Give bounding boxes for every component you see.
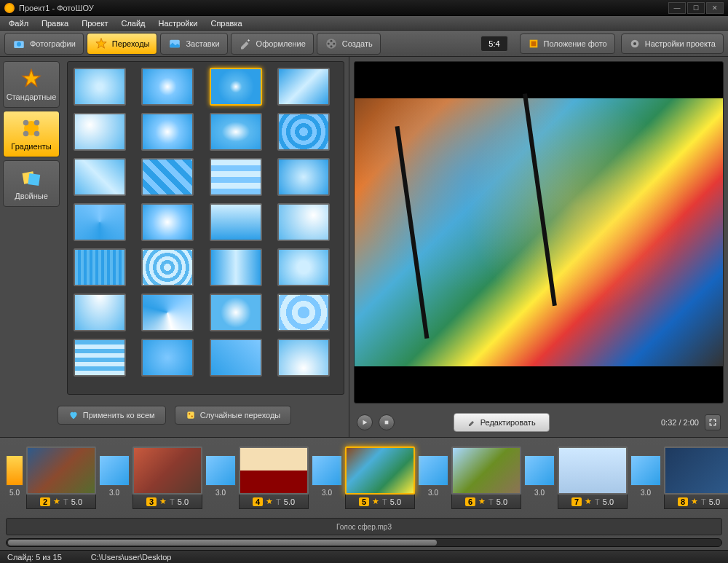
timeline-transition[interactable]: 3.0 — [99, 446, 130, 509]
transition-thumb[interactable] — [141, 158, 194, 196]
project-settings-button[interactable]: Настройки проекта — [621, 34, 724, 54]
timeline-transition[interactable]: 3.0 — [312, 446, 342, 509]
timeline-slide[interactable]: 8★T5.0 — [664, 446, 728, 509]
transition-thumb[interactable] — [74, 113, 126, 151]
button-label: Случайные переходы — [200, 411, 281, 420]
transition-thumb[interactable] — [277, 158, 330, 196]
transition-thumb[interactable] — [210, 203, 262, 241]
menu-help[interactable]: Справка — [205, 17, 248, 29]
transition-thumb[interactable] — [210, 158, 262, 196]
edit-button[interactable]: Редактировать — [454, 413, 550, 432]
tab-design[interactable]: Оформление — [231, 33, 314, 55]
svg-rect-19 — [187, 412, 194, 418]
transition-duration: 3.0 — [109, 489, 119, 497]
transition-thumb-small[interactable] — [418, 455, 448, 486]
slide-thumb[interactable] — [664, 446, 728, 495]
transition-thumb-small[interactable] — [99, 455, 130, 486]
transition-thumb[interactable] — [74, 294, 126, 331]
timeline-slide[interactable]: 5★T5.0 — [345, 446, 415, 509]
position-icon — [528, 38, 539, 50]
slide-thumb[interactable] — [558, 446, 628, 495]
transition-thumb[interactable] — [141, 294, 194, 331]
transition-thumb-small[interactable] — [312, 455, 342, 486]
transition-thumb[interactable] — [141, 68, 194, 106]
menu-project[interactable]: Проект — [76, 17, 114, 29]
play-button[interactable] — [357, 414, 373, 430]
tab-transitions[interactable]: Переходы — [87, 33, 158, 55]
timeline-transition[interactable]: 3.0 — [205, 446, 236, 509]
photo-position-button[interactable]: Положение фото — [520, 34, 615, 54]
transition-thumb[interactable] — [74, 203, 126, 241]
timeline-scrollbar[interactable] — [6, 538, 722, 547]
timeline-slide[interactable]: 7★T5.0 — [558, 446, 628, 509]
slide-thumb[interactable] — [451, 446, 521, 495]
transition-thumb[interactable] — [277, 68, 330, 106]
gradient-icon — [20, 117, 42, 139]
transition-thumb[interactable] — [277, 294, 330, 331]
timeline-transition[interactable]: 3.0 — [524, 446, 555, 509]
svg-point-11 — [633, 42, 636, 45]
tab-titles[interactable]: Заставки — [160, 33, 227, 55]
transition-thumb[interactable] — [74, 158, 126, 196]
category-label: Градиенты — [11, 142, 51, 151]
timeline-track[interactable]: 5.02★T5.03.03★T5.03.04★T5.03.05★T5.03.06… — [0, 438, 728, 518]
transition-thumb[interactable] — [141, 248, 194, 286]
scrollbar-handle[interactable] — [8, 540, 437, 546]
transition-thumb[interactable] — [74, 339, 126, 377]
timeline-slide[interactable]: 2★T5.0 — [26, 446, 96, 509]
menu-file[interactable]: Файл — [3, 17, 34, 29]
category-double[interactable]: Двойные — [3, 160, 60, 207]
tab-create[interactable]: Создать — [317, 33, 381, 55]
menu-edit[interactable]: Правка — [36, 17, 74, 29]
transition-thumb[interactable] — [210, 113, 262, 151]
tab-photos[interactable]: Фотографии — [4, 33, 84, 55]
transition-thumb[interactable] — [141, 339, 194, 377]
transition-thumb-small[interactable] — [524, 455, 555, 486]
slide-thumb[interactable] — [132, 446, 202, 495]
transition-thumb[interactable] — [74, 68, 126, 106]
transition-thumb[interactable] — [277, 339, 330, 377]
transition-thumb[interactable] — [277, 113, 330, 151]
transition-thumb[interactable] — [277, 203, 330, 241]
timeline-slide[interactable]: 3★T5.0 — [132, 446, 202, 509]
transition-thumb[interactable] — [210, 294, 262, 331]
button-label: Настройки проекта — [645, 39, 716, 48]
transition-thumb[interactable] — [210, 339, 262, 377]
tab-label: Переходы — [112, 39, 150, 48]
menu-slide[interactable]: Слайд — [115, 17, 151, 29]
stop-icon — [384, 420, 389, 425]
transition-thumb[interactable] — [210, 248, 262, 286]
category-gradients[interactable]: Градиенты — [3, 111, 60, 157]
apply-all-button[interactable]: Применить ко всем — [58, 406, 166, 425]
app-icon — [4, 3, 15, 13]
transition-thumb-small[interactable] — [205, 455, 236, 486]
menu-settings[interactable]: Настройки — [153, 17, 204, 29]
transition-thumb-small[interactable] — [630, 455, 661, 486]
aspect-ratio-button[interactable]: 5:4 — [480, 36, 507, 52]
minimize-button[interactable]: ― — [668, 2, 686, 14]
category-standard[interactable]: Стандартные — [3, 61, 60, 108]
timeline-slide[interactable]: 4★T5.0 — [239, 446, 309, 509]
close-button[interactable]: ✕ — [706, 2, 724, 14]
random-transitions-button[interactable]: Случайные переходы — [175, 406, 292, 425]
timeline-transition[interactable]: 3.0 — [418, 446, 448, 509]
maximize-button[interactable]: ☐ — [687, 2, 705, 14]
timeline-slide[interactable]: 6★T5.0 — [451, 446, 521, 509]
tab-label: Заставки — [186, 39, 219, 48]
transition-thumb[interactable] — [210, 68, 262, 106]
transition-thumb[interactable] — [141, 203, 194, 241]
slide-thumb[interactable] — [239, 446, 309, 495]
brush-icon — [239, 37, 252, 50]
fullscreen-button[interactable] — [705, 414, 721, 430]
stop-button[interactable] — [379, 414, 395, 430]
slide-thumb[interactable] — [26, 446, 96, 495]
transition-thumb[interactable] — [74, 248, 126, 286]
transition-thumb[interactable] — [277, 248, 330, 286]
audio-track[interactable]: Голос сфер.mp3 — [6, 518, 722, 535]
slide-thumb[interactable] — [345, 446, 415, 495]
transition-thumb-small[interactable] — [6, 455, 23, 486]
preview-viewport[interactable] — [354, 61, 724, 403]
timeline-transition[interactable]: 3.0 — [630, 446, 661, 509]
timeline-transition[interactable]: 5.0 — [6, 446, 23, 509]
transition-thumb[interactable] — [141, 113, 194, 151]
